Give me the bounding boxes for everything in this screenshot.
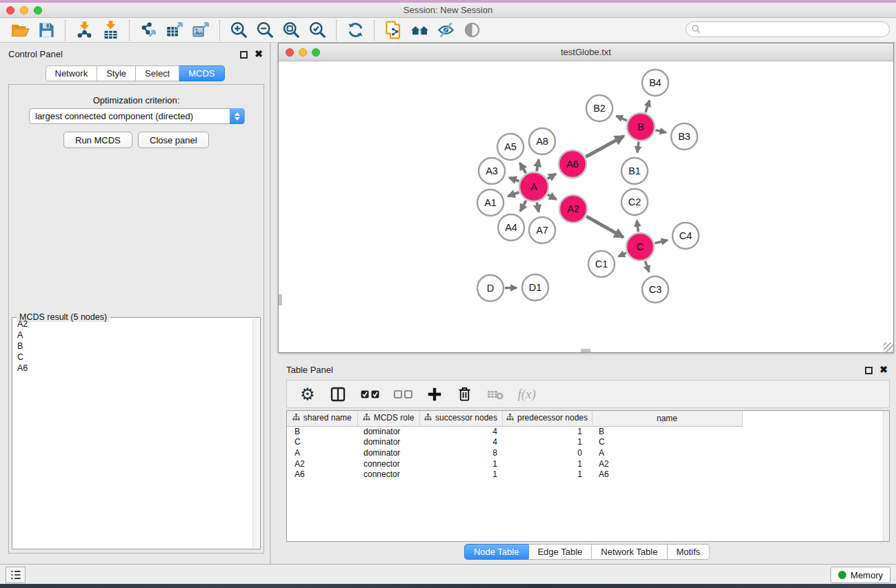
column-header-shared-name[interactable]: shared name — [287, 411, 357, 426]
hide-selected-button[interactable] — [432, 19, 459, 41]
show-columns-button[interactable] — [330, 384, 346, 405]
graph-edge-C-C3[interactable] — [645, 261, 649, 272]
table-cell[interactable]: 1 — [502, 458, 592, 469]
graph-edge-A-A3[interactable] — [509, 178, 519, 181]
table-cell[interactable]: 0 — [502, 447, 592, 458]
table-row[interactable]: Cdominator41C — [287, 437, 742, 448]
graph-edge-C-C2[interactable] — [637, 221, 638, 232]
import-network-button[interactable] — [71, 19, 97, 41]
tab-network-table[interactable]: Network Table — [592, 544, 667, 560]
tab-network[interactable]: Network — [45, 65, 97, 81]
graph-edge-A-A8[interactable] — [537, 160, 539, 172]
table-cell[interactable]: 1 — [502, 437, 592, 448]
graph-edge-B-B4[interactable] — [646, 101, 650, 112]
table-row[interactable]: Adominator80A — [287, 447, 742, 458]
table-cell[interactable]: A6 — [287, 469, 357, 480]
delete-columns-button[interactable] — [457, 384, 472, 405]
table-cell[interactable]: 1 — [419, 469, 502, 480]
graph-edge-C-C1[interactable] — [619, 253, 626, 256]
table-cell[interactable]: dominator — [357, 426, 419, 437]
mcds-result-item[interactable]: A — [13, 330, 252, 341]
table-cell[interactable]: A2 — [592, 458, 742, 469]
table-cell[interactable]: A — [287, 447, 357, 458]
mcds-result-scrollbar[interactable] — [252, 318, 259, 548]
tab-motifs[interactable]: Motifs — [667, 544, 710, 560]
task-history-button[interactable] — [6, 567, 26, 583]
mcds-result-item[interactable]: B — [13, 341, 252, 352]
open-session-button[interactable] — [7, 19, 33, 41]
export-network-button[interactable] — [135, 19, 161, 41]
deselect-all-button[interactable] — [394, 384, 412, 405]
column-header-successor-nodes[interactable]: successor nodes — [419, 411, 502, 426]
graph-edge-B-B2[interactable] — [617, 116, 627, 121]
table-cell[interactable]: 1 — [502, 426, 592, 437]
function-builder-button[interactable]: f(x) — [518, 384, 536, 405]
export-table-button[interactable] — [161, 19, 188, 41]
table-row[interactable]: Bdominator41B — [287, 426, 742, 437]
run-mcds-button[interactable]: Run MCDS — [63, 132, 132, 148]
close-panel-button[interactable]: Close panel — [138, 132, 209, 148]
table-cell[interactable]: dominator — [357, 437, 419, 448]
graph-edge-A-A2[interactable] — [548, 194, 557, 199]
zoom-fit-button[interactable] — [278, 19, 304, 41]
export-image-button[interactable] — [188, 19, 214, 41]
graph-edge-A-A7[interactable] — [537, 203, 539, 212]
show-all-button[interactable] — [459, 19, 485, 41]
table-vscrollbar[interactable] — [883, 411, 889, 541]
table-cell[interactable]: B — [592, 426, 742, 437]
graph-edge-A-A5[interactable] — [520, 163, 526, 173]
first-neighbors-button[interactable] — [406, 19, 432, 41]
table-cell[interactable]: C — [287, 437, 357, 448]
table-cell[interactable]: A — [592, 447, 742, 458]
window-resize-grip[interactable] — [884, 343, 893, 352]
close-table-panel-icon[interactable]: ✖ — [879, 364, 888, 375]
save-session-button[interactable] — [33, 19, 59, 41]
table-row[interactable]: A2connector11A2 — [287, 458, 742, 469]
clone-network-button[interactable] — [380, 19, 406, 41]
tab-mcds[interactable]: MCDS — [179, 65, 224, 81]
table-cell[interactable]: B — [287, 426, 357, 437]
tab-style[interactable]: Style — [97, 65, 136, 81]
mcds-result-item[interactable]: A6 — [13, 363, 252, 374]
delete-table-button[interactable] — [487, 384, 504, 405]
memory-button[interactable]: Memory — [830, 567, 890, 583]
graph-edge-A2-C[interactable] — [586, 216, 624, 237]
select-all-button[interactable] — [361, 384, 379, 405]
table-cell[interactable]: 1 — [502, 469, 592, 480]
import-table-button[interactable] — [97, 19, 123, 41]
refresh-layout-button[interactable] — [342, 19, 368, 41]
column-header-name[interactable]: name — [592, 411, 742, 426]
mcds-result-item[interactable]: C — [13, 352, 252, 363]
table-cell[interactable]: 4 — [419, 437, 502, 448]
graph-edge-C-C4[interactable] — [655, 240, 667, 243]
network-graph[interactable]: B4B2BB3A8A5A6A3B1AA1C2A2A4A7CC4C1C3DD1 — [279, 61, 893, 352]
tab-node-table[interactable]: Node Table — [464, 544, 529, 560]
zoom-out-button[interactable] — [252, 19, 278, 41]
table-cell[interactable]: A2 — [287, 458, 357, 469]
table-cell[interactable]: C — [592, 437, 742, 448]
graph-edge-B-B3[interactable] — [655, 130, 666, 132]
float-panel-icon[interactable] — [240, 51, 248, 59]
network-vscroll-thumb[interactable] — [279, 294, 282, 305]
criterion-select[interactable]: largest connected component (directed) — [29, 108, 245, 124]
table-cell[interactable]: dominator — [357, 447, 419, 458]
column-header-predecessor-nodes[interactable]: predecessor nodes — [502, 411, 592, 426]
table-row[interactable]: A6connector11A6 — [287, 469, 742, 480]
column-header-mcds-role[interactable]: MCDS role — [357, 411, 419, 426]
graph-edge-A-A1[interactable] — [508, 192, 519, 196]
mcds-result-list[interactable]: A2ABCA6 — [13, 318, 252, 548]
zoom-selected-button[interactable] — [304, 19, 330, 41]
graph-edge-A-A6[interactable] — [548, 174, 556, 179]
zoom-in-button[interactable] — [226, 19, 252, 41]
table-cell[interactable]: 1 — [419, 458, 502, 469]
graph-edge-A-A4[interactable] — [520, 201, 526, 211]
table-cell[interactable]: 8 — [419, 447, 502, 458]
float-table-panel-icon[interactable] — [865, 367, 873, 374]
mcds-result-item[interactable]: A2 — [13, 318, 252, 330]
table-cell[interactable]: connector — [357, 458, 419, 469]
network-hscroll-thumb[interactable] — [581, 349, 590, 352]
table-cell[interactable]: 4 — [419, 426, 502, 437]
network-window-titlebar[interactable]: testGlobe.txt — [279, 43, 893, 61]
tab-select[interactable]: Select — [136, 65, 179, 81]
node-table[interactable]: shared name MCDS role successor nodes pr… — [287, 411, 743, 480]
